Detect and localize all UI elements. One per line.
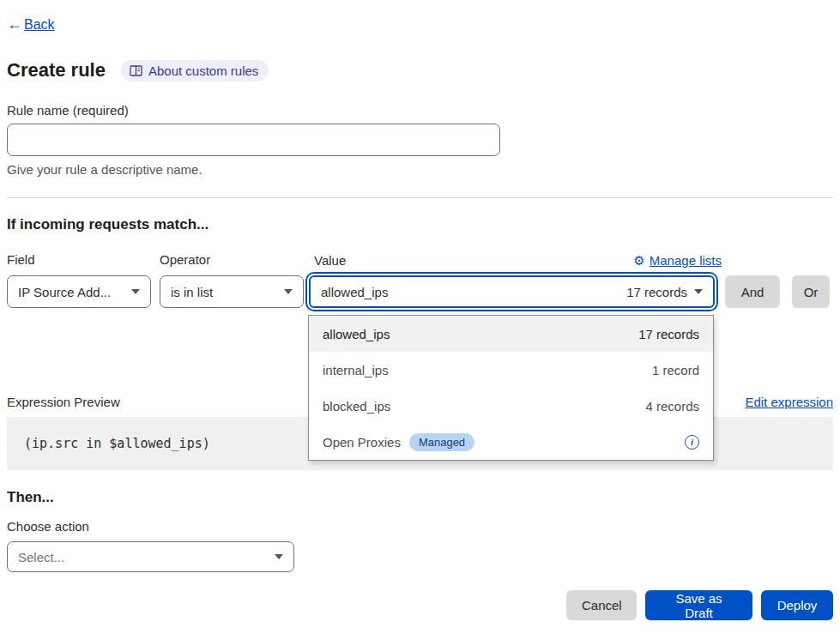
edit-expression-link[interactable]: Edit expression [745, 395, 833, 409]
value-select-value: allowed_ips [321, 285, 388, 299]
edit-expression-label: Edit expression [745, 395, 833, 409]
dropdown-option-blocked-ips[interactable]: blocked_ips 4 records [309, 388, 713, 424]
match-section-heading: If incoming requests match... [7, 216, 833, 235]
rule-name-input[interactable] [7, 124, 500, 156]
book-icon [130, 65, 142, 76]
dropdown-option-internal-ips[interactable]: internal_ips 1 record [309, 352, 713, 388]
action-select[interactable]: Select... [7, 541, 294, 572]
then-section-heading: Then... [7, 489, 833, 508]
managed-badge: Managed [409, 433, 474, 451]
operator-select-value: is in list [171, 285, 213, 299]
back-link[interactable]: ←Back [7, 15, 55, 33]
manage-lists-label: Manage lists [650, 253, 722, 268]
save-as-draft-button[interactable]: Save as Draft [645, 590, 752, 620]
chevron-down-icon [275, 554, 283, 559]
chevron-down-icon [694, 289, 703, 294]
field-select-value: IP Source Add... [18, 285, 111, 299]
value-label: Value [314, 253, 346, 268]
option-name: blocked_ips [323, 399, 390, 414]
option-record-count: 4 records [645, 399, 699, 414]
rule-name-label: Rule name (required) [7, 103, 833, 118]
about-custom-rules-label: About custom rules [148, 63, 258, 78]
option-name: allowed_ips [323, 327, 390, 341]
option-name: Open Proxies [323, 435, 401, 450]
or-button[interactable]: Or [792, 275, 830, 308]
cancel-button[interactable]: Cancel [566, 590, 637, 620]
choose-action-label: Choose action [7, 519, 833, 534]
chevron-down-icon [284, 289, 293, 294]
field-label: Field [7, 252, 151, 268]
gear-icon: ⚙ [633, 254, 644, 267]
option-record-count: 1 record [652, 363, 699, 377]
option-record-count: 17 records [638, 327, 699, 341]
expression-code: (ip.src in $allowed_ips) [24, 436, 210, 451]
page-title: Create rule [7, 59, 106, 82]
manage-lists-link[interactable]: ⚙ Manage lists [633, 253, 722, 268]
info-icon[interactable]: i [685, 435, 699, 450]
operator-label: Operator [160, 252, 304, 268]
value-select[interactable]: allowed_ips 17 records [309, 275, 715, 308]
rule-name-helper: Give your rule a descriptive name. [7, 162, 833, 178]
expression-preview-label: Expression Preview [7, 395, 120, 409]
about-custom-rules-link[interactable]: About custom rules [121, 60, 269, 82]
back-arrow-icon: ← [7, 15, 22, 33]
chevron-down-icon [131, 289, 140, 294]
action-select-placeholder: Select... [18, 550, 64, 565]
deploy-button[interactable]: Deploy [761, 590, 833, 620]
dropdown-option-open-proxies[interactable]: Open Proxies Managed i [309, 424, 713, 460]
back-link-label: Back [24, 17, 55, 32]
dropdown-option-allowed-ips[interactable]: allowed_ips 17 records [309, 316, 713, 352]
operator-select[interactable]: is in list [160, 275, 304, 308]
value-select-records: 17 records [626, 285, 687, 299]
field-select[interactable]: IP Source Add... [7, 275, 151, 308]
option-name: internal_ips [323, 363, 389, 377]
and-button[interactable]: And [725, 275, 780, 308]
section-divider [7, 197, 833, 198]
value-dropdown-panel: allowed_ips 17 records internal_ips 1 re… [308, 315, 714, 461]
